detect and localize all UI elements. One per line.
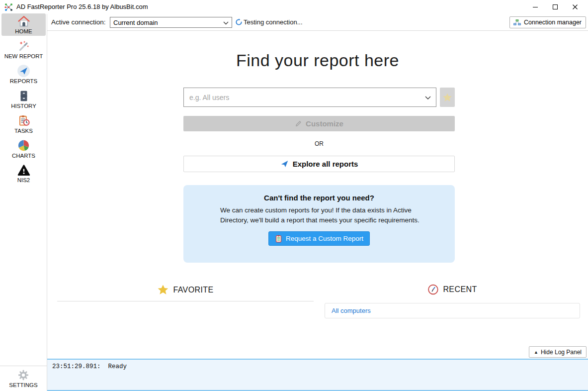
pie-chart-icon [17, 139, 30, 152]
sidebar-item-new-report[interactable]: NEW REPORT [1, 38, 46, 61]
maximize-button[interactable] [545, 0, 565, 14]
customize-button[interactable]: Customize [183, 116, 455, 131]
active-connection-dropdown[interactable] [110, 17, 232, 28]
gear-icon [17, 369, 30, 382]
window-title: AD FastReporter Pro 25.6.18 by AlbusBit.… [16, 0, 148, 14]
window-controls [525, 0, 585, 14]
favorite-toggle-button[interactable] [440, 88, 455, 107]
file-cabinet-icon [17, 90, 30, 102]
info-panel-title: Can't find the report you need? [183, 194, 455, 202]
star-icon [442, 93, 452, 102]
report-search-input[interactable] [184, 88, 436, 106]
report-search-row [183, 88, 455, 107]
collapse-triangle-icon: ▲ [534, 350, 538, 355]
sidebar-item-history[interactable]: HISTORY [1, 88, 46, 110]
paper-plane-circle-icon [17, 64, 30, 78]
request-custom-report-button[interactable]: Request a Custom Report [268, 231, 370, 246]
sidebar-item-tasks[interactable]: TASKS [1, 112, 46, 135]
info-panel-body: We can create custom reports for you! If… [220, 205, 431, 225]
clipboard-clock-icon [17, 114, 30, 127]
home-page: Find your report here Customize OR [47, 31, 588, 359]
home-icon [17, 15, 31, 28]
sidebar-item-charts[interactable]: CHARTS [1, 137, 46, 160]
close-button[interactable] [565, 0, 585, 14]
recent-list: All computers [325, 303, 580, 318]
sidebar-item-label: CHARTS [12, 153, 35, 159]
clipboard-form-icon [275, 235, 282, 243]
log-entry: 23:51:29.891: Ready [47, 360, 588, 370]
recent-report-link[interactable]: All computers [325, 303, 580, 318]
sidebar-item-label: SETTINGS [9, 382, 38, 388]
active-connection-label: Active connection: [51, 14, 106, 30]
favorite-star-icon [157, 284, 168, 295]
report-search-dropdown[interactable] [183, 88, 436, 107]
custom-report-info-panel: Can't find the report you need? We can c… [183, 185, 455, 263]
favorite-list-divider [57, 301, 314, 301]
sidebar-item-reports[interactable]: REPORTS [1, 63, 46, 86]
connection-manager-button[interactable]: Connection manager [509, 16, 586, 28]
sidebar-item-label: REPORTS [10, 78, 37, 84]
favorite-section-header: FAVORITE [157, 284, 213, 295]
app-logo-icon [4, 3, 13, 11]
sync-spinner-icon [235, 18, 243, 26]
favorite-title: FAVORITE [173, 286, 213, 294]
connection-status-text: Testing connection... [244, 18, 303, 26]
sidebar-item-label: NIS2 [17, 177, 30, 183]
active-connection-value[interactable] [110, 17, 232, 27]
or-separator: OR [183, 140, 455, 147]
customize-label: Customize [306, 119, 343, 128]
connection-manager-label: Connection manager [524, 19, 582, 26]
connection-toolbar: Active connection: Testing connection... [47, 14, 588, 31]
paper-plane-icon [280, 160, 289, 168]
chevron-down-icon[interactable] [425, 96, 431, 100]
network-computers-icon [513, 19, 521, 26]
sidebar-item-label: HISTORY [11, 103, 36, 109]
sidebar-item-settings[interactable]: SETTINGS [0, 366, 47, 391]
magic-wand-icon [17, 40, 30, 53]
connection-status: Testing connection... [235, 14, 303, 30]
sidebar-item-home[interactable]: HOME [1, 13, 46, 36]
explore-all-reports-button[interactable]: Explore all reports [183, 156, 455, 172]
chevron-down-icon[interactable] [223, 21, 229, 25]
recent-section-header: RECENT [427, 284, 477, 295]
explore-label: Explore all reports [293, 160, 358, 168]
sidebar-item-label: HOME [15, 28, 32, 34]
page-title: Find your report here [47, 51, 588, 70]
minimize-button[interactable] [525, 0, 545, 14]
recent-clock-icon [427, 284, 438, 295]
sidebar-item-label: TASKS [14, 128, 33, 134]
pencil-icon [295, 120, 302, 127]
hide-log-panel-label: Hide Log Panel [541, 349, 582, 356]
hide-log-panel-button[interactable]: ▲ Hide Log Panel [529, 346, 587, 358]
sidebar-item-label: NEW REPORT [4, 53, 43, 59]
sidebar-item-nis2[interactable]: NIS2 [1, 162, 46, 185]
request-button-label: Request a Custom Report [286, 235, 363, 242]
title-bar: AD FastReporter Pro 25.6.18 by AlbusBit.… [0, 0, 588, 14]
recent-title: RECENT [443, 285, 477, 294]
sidebar: HOME NEW REPORT REPORTS [0, 14, 47, 391]
log-panel: 23:51:29.891: Ready [47, 359, 588, 391]
warning-triangle-icon [17, 164, 30, 177]
